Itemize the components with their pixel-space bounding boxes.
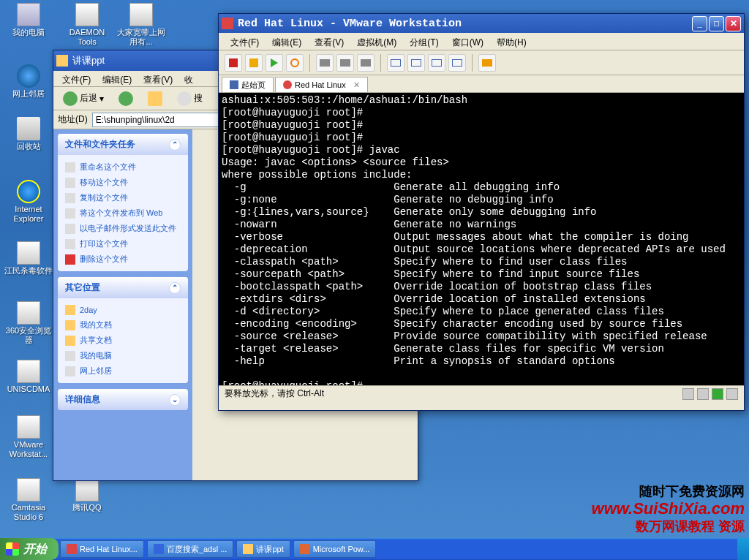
forward-button[interactable] <box>113 89 138 108</box>
manage-button[interactable] <box>357 54 374 72</box>
icon-network[interactable]: 网上邻居 <box>3 64 54 99</box>
vm-menu-vm[interactable]: 虚拟机(M) <box>351 34 402 48</box>
snapshot-button[interactable] <box>316 54 334 72</box>
file-tasks-panel: 文件和文件夹任务⌃ 重命名这个文件 移动这个文件 复制这个文件 将这个文件发布到… <box>58 134 188 271</box>
powerpoint-icon <box>300 544 310 554</box>
place-2day[interactable]: 2day <box>65 303 181 317</box>
icon-jiangmin[interactable]: 江民杀毒软件 <box>3 241 54 276</box>
place-documents[interactable]: 我的文档 <box>65 317 181 333</box>
vmware-titlebar[interactable]: Red Hat Linux - VMware Workstation _ □ ✕ <box>219 14 744 33</box>
icon-uniscdma[interactable]: UNISCDMA <box>3 360 54 394</box>
vm-menu-team[interactable]: 分组(T) <box>404 34 444 48</box>
summary-button[interactable] <box>478 54 496 72</box>
vm-menu-edit[interactable]: 编辑(E) <box>266 34 307 48</box>
icon-recycle[interactable]: 回收站 <box>3 117 54 151</box>
place-computer[interactable]: 我的电脑 <box>65 348 181 363</box>
vm-menu-help[interactable]: 帮助(H) <box>491 34 532 48</box>
file-tasks-header[interactable]: 文件和文件夹任务⌃ <box>58 134 188 155</box>
search-icon <box>177 91 192 106</box>
pause-button[interactable] <box>245 54 263 72</box>
snapshot-icon <box>320 59 330 67</box>
icon-vmware[interactable]: VMware Workstat... <box>3 415 54 459</box>
stop-icon <box>229 58 238 67</box>
task-rename[interactable]: 重命名这个文件 <box>65 159 181 175</box>
summary-icon <box>482 59 492 67</box>
folder-icon <box>65 320 75 330</box>
task-delete[interactable]: 删除这个文件 <box>65 251 181 267</box>
terminal[interactable]: ashuai:x:505:503::/home/ashuai:/bin/bash… <box>219 93 744 385</box>
tab-close-icon[interactable]: ✕ <box>353 80 360 90</box>
unity-icon <box>452 59 462 67</box>
sound-icon[interactable] <box>726 388 738 400</box>
place-network[interactable]: 网上邻居 <box>65 363 181 379</box>
computer-icon <box>65 351 75 361</box>
print-icon <box>65 239 75 249</box>
task-move[interactable]: 移动这个文件 <box>65 175 181 190</box>
icon-broadband[interactable]: 大家宽带上网用有... <box>116 3 167 47</box>
icon-ie[interactable]: Internet Explorer <box>3 180 54 224</box>
menu-view[interactable]: 查看(V) <box>139 72 177 85</box>
icon-camtasia[interactable]: Camtasia Studio 6 <box>3 478 54 522</box>
icon-my-computer[interactable]: 我的电脑 <box>3 3 54 37</box>
ie-icon <box>154 544 164 554</box>
delete-icon <box>65 254 75 265</box>
menu-edit[interactable]: 编辑(E) <box>98 72 136 85</box>
mail-icon <box>65 224 75 234</box>
switch-icon <box>432 59 442 67</box>
task-print[interactable]: 打印这个文件 <box>65 236 181 251</box>
taskbar-baidu[interactable]: 百度搜索_adsl ... <box>147 540 234 558</box>
taskbar-vmware[interactable]: Red Hat Linux... <box>60 540 144 558</box>
place-shared[interactable]: 共享文档 <box>65 333 181 348</box>
stop-button[interactable] <box>225 54 242 72</box>
move-icon <box>65 178 75 188</box>
play-button[interactable] <box>266 54 283 72</box>
taskbar: 开始 Red Hat Linux... 百度搜索_adsl ... 讲课ppt … <box>0 538 749 560</box>
up-button[interactable] <box>143 89 168 108</box>
icon-qq[interactable]: 腾讯QQ <box>61 478 113 512</box>
minimize-button[interactable]: _ <box>692 16 707 31</box>
address-label: 地址(D) <box>58 113 88 126</box>
taskbar-powerpoint[interactable]: Microsoft Pow... <box>293 540 377 558</box>
menu-favorites[interactable]: 收 <box>180 72 197 85</box>
web-icon <box>65 208 75 219</box>
search-button[interactable]: 搜 <box>172 89 208 108</box>
maximize-button[interactable]: □ <box>709 16 724 31</box>
network-icon[interactable] <box>712 388 723 400</box>
reset-button[interactable] <box>286 54 304 72</box>
show-console-button[interactable] <box>387 54 404 72</box>
vm-menu-file[interactable]: 文件(F) <box>225 34 265 48</box>
menu-file[interactable]: 文件(F) <box>58 72 95 85</box>
vmware-toolbar <box>219 50 744 75</box>
icon-360[interactable]: 360安全浏览器 <box>3 301 54 345</box>
cd-icon[interactable] <box>697 388 709 400</box>
task-publish[interactable]: 将这个文件发布到 Web <box>65 205 181 221</box>
taskbar-explorer[interactable]: 讲课ppt <box>236 540 290 558</box>
details-header[interactable]: 详细信息⌄ <box>58 389 188 410</box>
full-screen-button[interactable] <box>407 54 425 72</box>
hdd-icon[interactable] <box>682 388 694 400</box>
details-panel: 详细信息⌄ <box>58 389 188 410</box>
redhat-icon <box>283 80 292 89</box>
icon-daemon[interactable]: DAEMON Tools <box>61 3 113 47</box>
tab-home[interactable]: 起始页 <box>222 77 274 92</box>
vm-menu-window[interactable]: 窗口(W) <box>446 34 489 48</box>
task-copy[interactable]: 复制这个文件 <box>65 190 181 205</box>
back-button[interactable]: 后退▾ <box>58 89 109 108</box>
rename-icon <box>65 162 75 173</box>
chevron-down-icon: ⌄ <box>169 394 181 406</box>
windows-logo-icon <box>6 542 19 556</box>
other-places-header[interactable]: 其它位置⌃ <box>58 277 188 298</box>
tab-redhat[interactable]: Red Hat Linux✕ <box>275 77 368 92</box>
vm-menu-view[interactable]: 查看(V) <box>309 34 350 48</box>
quick-switch-button[interactable] <box>428 54 445 72</box>
system-tray[interactable] <box>737 538 749 560</box>
unity-button[interactable] <box>448 54 466 72</box>
revert-button[interactable] <box>336 54 354 72</box>
explorer-sidebar: 文件和文件夹任务⌃ 重命名这个文件 移动这个文件 复制这个文件 将这个文件发布到… <box>53 129 192 480</box>
task-email[interactable]: 以电子邮件形式发送此文件 <box>65 221 181 236</box>
close-button[interactable]: ✕ <box>726 16 741 31</box>
network-icon <box>65 366 75 377</box>
start-button[interactable]: 开始 <box>0 538 59 560</box>
manage-icon <box>361 59 371 67</box>
folder-icon <box>65 336 75 346</box>
